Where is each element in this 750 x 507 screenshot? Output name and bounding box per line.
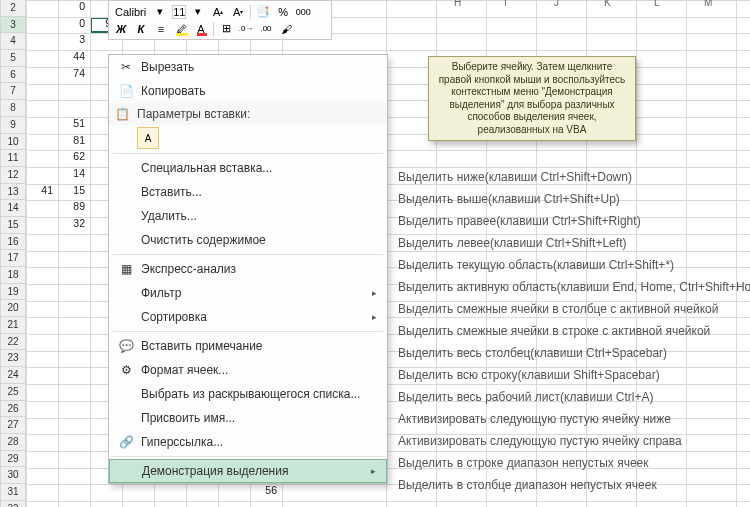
submenu-item[interactable]: Выделить текущую область(клавиши Ctrl+Sh… (390, 254, 742, 276)
row-header[interactable]: 23 (0, 350, 26, 367)
context-menu-item[interactable]: Присвоить имя... (109, 406, 387, 430)
submenu-item[interactable]: Активизировать следующую пустую ячейку с… (390, 430, 742, 452)
row-header[interactable]: 25 (0, 384, 26, 401)
column-header[interactable]: I (504, 0, 507, 8)
decrease-font-icon[interactable]: A▾ (230, 4, 246, 20)
context-menu-item[interactable]: Удалить... (109, 204, 387, 228)
submenu-item[interactable]: Выделить всю строку(клавиши Shift+Spaceb… (390, 364, 742, 386)
cell[interactable]: 74 (58, 67, 88, 83)
accounting-format-icon[interactable]: 📑 (255, 4, 271, 20)
row-header[interactable]: 22 (0, 334, 26, 351)
row-header[interactable]: 32 (0, 501, 26, 507)
context-menu-item[interactable]: Выбрать из раскрывающегося списка... (109, 382, 387, 406)
submenu-item[interactable]: Выделить весь столбец(клавиши Ctrl+Space… (390, 342, 742, 364)
row-header[interactable]: 19 (0, 284, 26, 301)
submenu-item[interactable]: Выделить смежные ячейки в столбце с акти… (390, 298, 742, 320)
cell[interactable]: 15 (58, 184, 88, 200)
row-header[interactable]: 9 (0, 117, 26, 134)
cell[interactable]: 14 (58, 167, 88, 183)
row-header[interactable]: 28 (0, 434, 26, 451)
italic-button[interactable]: К (133, 21, 149, 37)
font-size-input[interactable] (172, 5, 186, 19)
column-header[interactable]: K (604, 0, 611, 8)
submenu-item[interactable]: Выделить левее(клавиши Ctrl+Shift+Left) (390, 232, 742, 254)
row-header[interactable]: 30 (0, 467, 26, 484)
decrease-decimal-icon[interactable]: .0→ (238, 21, 254, 37)
align-center-icon[interactable]: ≡ (153, 21, 169, 37)
cell[interactable]: 44 (58, 50, 88, 66)
row-header[interactable]: 16 (0, 234, 26, 251)
font-color-icon[interactable]: A (193, 21, 209, 37)
row-header[interactable]: 12 (0, 167, 26, 184)
row-header[interactable]: 21 (0, 317, 26, 334)
cell[interactable]: 81 (58, 134, 88, 150)
submenu-item[interactable]: Выделить выше(клавиши Ctrl+Shift+Up) (390, 188, 742, 210)
submenu-item[interactable]: Выделить весь рабочий лист(клавиши Ctrl+… (390, 386, 742, 408)
context-menu-item[interactable]: 🔗Гиперссылка... (109, 430, 387, 454)
submenu-item[interactable]: Выделить смежные ячейки в строке с актив… (390, 320, 742, 342)
row-header[interactable]: 18 (0, 267, 26, 284)
font-name-select[interactable]: Calibri (113, 6, 148, 18)
cell[interactable]: 89 (58, 200, 88, 216)
column-header[interactable]: H (454, 0, 461, 8)
row-header[interactable]: 20 (0, 300, 26, 317)
row-header[interactable]: 8 (0, 100, 26, 117)
increase-decimal-icon[interactable]: .00 (258, 21, 274, 37)
row-header[interactable]: 4 (0, 33, 26, 50)
row-header[interactable]: 24 (0, 367, 26, 384)
column-header[interactable]: M (704, 0, 712, 8)
row-header[interactable]: 15 (0, 217, 26, 234)
context-menu-item[interactable]: 📄Копировать (109, 79, 387, 103)
bold-button[interactable]: Ж (113, 21, 129, 37)
cell[interactable]: 51 (58, 117, 88, 133)
row-header[interactable]: 31 (0, 484, 26, 501)
row-header[interactable]: 10 (0, 134, 26, 151)
context-menu-item[interactable]: 💬Вставить примечание (109, 334, 387, 358)
context-menu-item[interactable]: Фильтр▸ (109, 281, 387, 305)
context-menu-item[interactable]: ⚙Формат ячеек... (109, 358, 387, 382)
context-menu-item[interactable]: Вставить... (109, 180, 387, 204)
percent-icon[interactable]: % (275, 4, 291, 20)
cell[interactable]: 0 (58, 17, 88, 33)
submenu-item[interactable]: Выделить активную область(клавиши End, H… (390, 276, 742, 298)
context-menu-item[interactable]: ▦Экспресс-анализ (109, 257, 387, 281)
column-header[interactable]: L (654, 0, 660, 8)
submenu-item[interactable]: Выделить правее(клавиши Ctrl+Shift+Right… (390, 210, 742, 232)
thousands-icon[interactable]: 000 (295, 4, 311, 20)
row-header[interactable]: 3 (0, 17, 26, 34)
context-menu-item[interactable]: Сортировка▸ (109, 305, 387, 329)
context-menu-item[interactable]: Специальная вставка... (109, 156, 387, 180)
increase-font-icon[interactable]: A▴ (210, 4, 226, 20)
chevron-down-icon[interactable]: ▾ (152, 4, 168, 20)
row-header[interactable]: 26 (0, 401, 26, 418)
cell[interactable]: 62 (58, 150, 88, 166)
cell[interactable]: 32 (58, 217, 88, 233)
row-header[interactable]: 17 (0, 250, 26, 267)
row-header[interactable]: 14 (0, 200, 26, 217)
row-header[interactable]: 2 (0, 0, 26, 17)
row-header[interactable]: 29 (0, 451, 26, 468)
submenu-item[interactable]: Выделить ниже(клавиши Ctrl+Shift+Down) (390, 166, 742, 188)
chevron-down-icon[interactable]: ▾ (190, 4, 206, 20)
context-menu-item[interactable]: Очистить содержимое (109, 228, 387, 252)
context-menu-item[interactable]: ✂Вырезать (109, 55, 387, 79)
submenu-item[interactable]: Выделить в строке диапазон непустых ячее… (390, 452, 742, 474)
format-painter-icon[interactable]: 🖌 (278, 21, 294, 37)
fill-color-icon[interactable]: 🖉 (173, 21, 189, 37)
row-header[interactable]: 11 (0, 150, 26, 167)
column-header[interactable]: J (554, 0, 559, 8)
borders-icon[interactable]: ⊞ (218, 21, 234, 37)
row-header[interactable]: 6 (0, 67, 26, 84)
cell[interactable]: 3 (58, 33, 88, 49)
row-header[interactable]: 5 (0, 50, 26, 67)
row-header[interactable]: 27 (0, 417, 26, 434)
cell[interactable]: 0 (58, 0, 88, 16)
submenu-item[interactable]: Выделить в столбце диапазон непустых яче… (390, 474, 742, 496)
row-header[interactable]: 13 (0, 184, 26, 201)
cell[interactable]: 41 (26, 184, 56, 200)
context-menu-item[interactable]: Демонстрация выделения▸ (109, 459, 387, 483)
paste-option-default[interactable]: A (137, 127, 159, 149)
cell[interactable]: 56 (250, 484, 280, 500)
submenu-item[interactable]: Активизировать следующую пустую ячейку н… (390, 408, 742, 430)
row-header[interactable]: 7 (0, 83, 26, 100)
